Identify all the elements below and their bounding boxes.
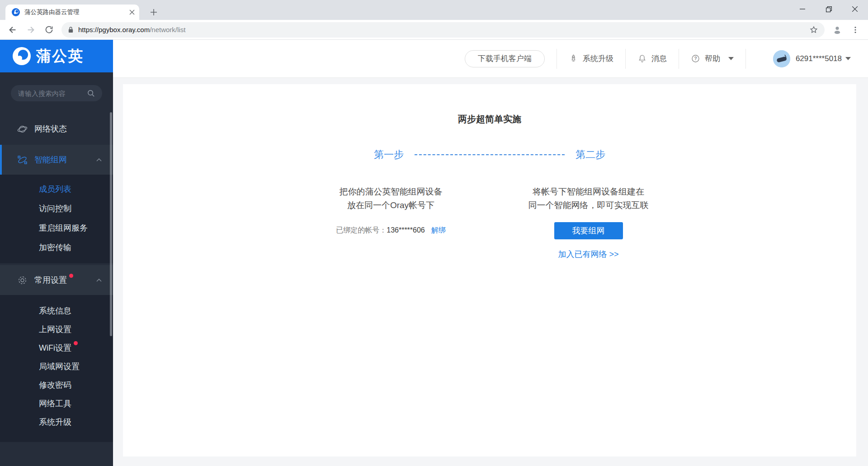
sidebar-item-access-control[interactable]: 访问控制: [0, 199, 113, 218]
system-upgrade-label: 系统升级: [583, 53, 613, 64]
sidebar-item-network-tools[interactable]: 网络工具: [0, 394, 113, 413]
chevron-up-icon[interactable]: [96, 157, 102, 162]
url-text[interactable]: https://pgybox.oray.com/network/list: [78, 26, 185, 33]
ssl-lock-icon[interactable]: [68, 26, 74, 33]
setup-card: 两步超简单实施 第一步 第二步 把你的蒲公英智能组网设备 放在同一个Oray帐号…: [123, 84, 856, 456]
messages-label: 消息: [651, 53, 667, 64]
step2-desc-line2: 同一个智能网络，即可实现互联: [490, 199, 687, 212]
svg-text:?: ?: [694, 56, 697, 61]
create-network-button[interactable]: 我要组网: [554, 222, 623, 239]
logo-text: 蒲公英: [36, 46, 84, 67]
download-mobile-client-button[interactable]: 下载手机客户端: [465, 50, 545, 67]
new-badge-dot: [74, 341, 78, 345]
sidebar-item-internet-settings[interactable]: 上网设置: [0, 320, 113, 338]
system-upgrade-button[interactable]: 系统升级: [569, 53, 613, 64]
sidebar-item-encrypted-transfer[interactable]: 加密传输: [0, 238, 113, 257]
header-divider: [679, 49, 679, 69]
favicon-icon: [12, 8, 20, 16]
sidebar-section-common-settings[interactable]: 常用设置: [0, 265, 113, 295]
steps-row: 第一步 第二步: [374, 148, 605, 162]
smart-network-icon: [17, 155, 28, 165]
window-controls: [789, 0, 868, 18]
sidebar-section-label: 常用设置: [34, 275, 67, 285]
help-icon: ?: [691, 54, 700, 63]
sidebar-item-label: 网络状态: [34, 124, 67, 134]
bound-account-row: 已绑定的帐号：136*****606解绑: [292, 226, 490, 235]
bound-account-label: 已绑定的帐号：: [336, 226, 387, 234]
account-id: 6291****5018: [796, 54, 842, 63]
step1-desc-line1: 把你的蒲公英智能组网设备: [292, 185, 490, 199]
sidebar-item-restart-network-service[interactable]: 重启组网服务: [0, 218, 113, 238]
globe-icon: [17, 124, 28, 134]
step1-label: 第一步: [374, 148, 404, 162]
unbind-link[interactable]: 解绑: [431, 226, 446, 234]
header-divider: [745, 49, 746, 69]
sidebar-item-member-list[interactable]: 成员列表: [0, 179, 113, 199]
reload-button[interactable]: [41, 22, 57, 38]
bookmark-star-icon[interactable]: [809, 25, 818, 34]
browser-toolbar: https://pgybox.oray.com/network/list: [0, 20, 868, 40]
gear-icon: [17, 275, 28, 285]
sidebar-item-wifi-settings[interactable]: WiFi设置: [0, 338, 113, 357]
sidebar-search: [11, 85, 102, 101]
sidebar: 蒲公英 网络状态 智能组网: [0, 40, 113, 466]
bell-icon: [637, 54, 647, 63]
caret-down-icon: [845, 57, 851, 60]
sidebar-scrollbar[interactable]: [110, 112, 112, 336]
join-existing-network-link[interactable]: 加入已有网络 >>: [558, 247, 618, 261]
step2-column: 将帐号下智能组网设备组建在 同一个智能网络，即可实现互联 我要组网 加入已有网络…: [490, 185, 687, 261]
sidebar-item-change-password[interactable]: 修改密码: [0, 376, 113, 394]
back-button[interactable]: [5, 22, 20, 38]
search-input[interactable]: [18, 90, 87, 97]
chevron-up-icon[interactable]: [96, 278, 102, 282]
sidebar-item-system-info[interactable]: 系统信息: [0, 301, 113, 320]
step1-desc-line2: 放在同一个Oray帐号下: [292, 199, 490, 212]
forward-button[interactable]: [23, 22, 38, 38]
browser-tab[interactable]: 蒲公英路由器云管理: [5, 5, 139, 20]
caret-down-icon: [728, 57, 734, 60]
step-dashed-connector: [415, 154, 565, 155]
new-tab-button[interactable]: [147, 6, 160, 19]
sidebar-item-system-upgrade[interactable]: 系统升级: [0, 413, 113, 431]
account-menu-button[interactable]: 6291****5018: [773, 50, 851, 67]
steps-columns: 把你的蒲公英智能组网设备 放在同一个Oray帐号下 已绑定的帐号：136****…: [123, 185, 856, 261]
page: 蒲公英 网络状态 智能组网: [0, 40, 868, 466]
address-bar[interactable]: https://pgybox.oray.com/network/list: [61, 22, 825, 38]
new-badge-dot: [69, 274, 73, 278]
step1-column: 把你的蒲公英智能组网设备 放在同一个Oray帐号下 已绑定的帐号：136****…: [292, 185, 490, 261]
rocket-icon: [569, 54, 578, 63]
header-divider: [557, 49, 557, 69]
tab-title: 蒲公英路由器云管理: [24, 8, 129, 16]
sidebar-item-lan-settings[interactable]: 局域网设置: [0, 357, 113, 376]
sidebar-nav: 网络状态 智能组网 成员列表 访问控制 重启组网服务 加密传输: [0, 119, 113, 442]
sidebar-item-label: WiFi设置: [39, 342, 71, 353]
common-settings-submenu: 系统信息 上网设置 WiFi设置 局域网设置 修改密码 网络工具 系统升级: [0, 295, 113, 442]
step2-label: 第二步: [576, 148, 605, 162]
window-restore-button[interactable]: [816, 0, 842, 18]
sidebar-section-label: 智能组网: [34, 154, 67, 165]
bound-account-value: 136*****606: [387, 226, 425, 234]
url-path: /network/list: [150, 26, 185, 33]
top-header: 下载手机客户端 系统升级 消息 ? 帮助 6291****5018: [113, 40, 868, 78]
dandelion-logo-icon: [13, 47, 31, 65]
window-minimize-button[interactable]: [789, 0, 816, 18]
browser-tabstrip: 蒲公英路由器云管理: [0, 0, 868, 20]
help-label: 帮助: [705, 53, 720, 64]
profile-icon[interactable]: [830, 22, 845, 38]
account-avatar: [773, 50, 790, 67]
smart-network-submenu: 成员列表 访问控制 重启组网服务 加密传输: [0, 175, 113, 263]
sidebar-item-network-status[interactable]: 网络状态: [0, 119, 113, 139]
url-host: https://pgybox.oray.com: [78, 26, 150, 33]
browser-menu-icon[interactable]: [848, 22, 863, 38]
sidebar-section-smart-network[interactable]: 智能组网: [0, 145, 113, 175]
app-logo[interactable]: 蒲公英: [0, 40, 113, 72]
page-title: 两步超简单实施: [123, 84, 856, 125]
step2-desc-line1: 将帐号下智能组网设备组建在: [490, 185, 687, 199]
search-icon[interactable]: [87, 90, 95, 97]
messages-button[interactable]: 消息: [637, 53, 667, 64]
tab-close-icon[interactable]: [129, 10, 135, 15]
window-close-button[interactable]: [842, 0, 868, 18]
help-menu-button[interactable]: ? 帮助: [691, 53, 734, 64]
header-divider: [625, 49, 626, 69]
main-content: 两步超简单实施 第一步 第二步 把你的蒲公英智能组网设备 放在同一个Oray帐号…: [113, 78, 868, 466]
